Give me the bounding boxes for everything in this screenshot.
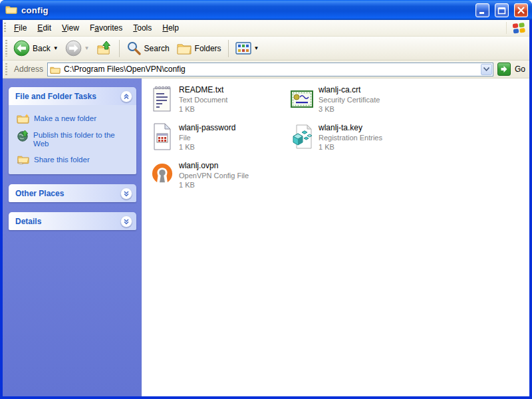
share-folder-icon	[17, 154, 29, 165]
toolbar-separator	[119, 40, 120, 57]
task-pane: File and Folder Tasks Mak	[3, 78, 142, 396]
task-share-folder[interactable]: Share this folder	[17, 154, 132, 165]
explorer-window: config File Edit View Favorites Tools He…	[0, 0, 532, 399]
title-bar[interactable]: config	[0, 0, 532, 20]
text-document-icon	[151, 85, 174, 113]
menu-help[interactable]: Help	[157, 21, 184, 35]
file-size: 3 KB	[319, 104, 380, 114]
minimize-button[interactable]	[475, 3, 489, 17]
address-combobox[interactable]: C:\Program Files\OpenVPN\config	[47, 63, 493, 76]
back-dropdown-icon[interactable]: ▼	[53, 46, 59, 51]
menu-edit[interactable]: Edit	[32, 21, 57, 35]
panel-header-file-and-folder-tasks[interactable]: File and Folder Tasks	[9, 87, 136, 105]
file-size: 1 KB	[179, 104, 227, 114]
collapse-panel-button[interactable]	[120, 90, 132, 102]
menu-view[interactable]: View	[57, 21, 84, 35]
content-area: File and Folder Tasks Mak	[3, 78, 529, 396]
close-button[interactable]	[514, 3, 528, 17]
address-path[interactable]: C:\Program Files\OpenVPN\config	[64, 65, 477, 74]
file-list: README.txt Text Document 1 KB wlanlj-ca.…	[142, 78, 529, 396]
folders-label: Folders	[195, 44, 221, 53]
panel-details: Details	[9, 212, 136, 230]
expand-panel-button[interactable]	[120, 188, 132, 200]
menu-bar: File Edit View Favorites Tools Help	[3, 20, 529, 37]
maximize-button[interactable]	[495, 3, 509, 17]
windows-logo-icon	[506, 22, 525, 34]
panel-other-places: Other Places	[9, 184, 136, 202]
panel-body-file-and-folder-tasks: Make a new folder Publish this folder to…	[9, 105, 136, 174]
toolbar: Back ▼ ▼ Search	[3, 37, 529, 61]
file-name: wlanlj-password	[179, 123, 235, 133]
forward-button[interactable]: ▼	[62, 38, 93, 59]
file-name: wlanlj-ta.key	[319, 123, 382, 133]
menubar-grip[interactable]	[4, 23, 6, 34]
file-name: wlanlj-ca.crt	[319, 85, 380, 95]
file-size: 1 KB	[179, 180, 249, 190]
menu-file[interactable]: File	[9, 21, 32, 35]
menu-tools[interactable]: Tools	[128, 21, 157, 35]
expand-panel-button[interactable]	[120, 215, 132, 227]
file-tile-readme[interactable]: README.txt Text Document 1 KB	[151, 85, 291, 123]
forward-dropdown-icon[interactable]: ▼	[84, 46, 90, 51]
generic-file-icon	[151, 123, 174, 151]
file-type: OpenVPN Config File	[179, 171, 249, 180]
new-folder-icon	[17, 113, 29, 124]
file-tile-ovpn[interactable]: wlanlj.ovpn OpenVPN Config File 1 KB	[151, 161, 291, 199]
chevron-down-icon	[122, 190, 130, 198]
forward-icon	[65, 40, 82, 57]
panel-header-other-places[interactable]: Other Places	[9, 184, 136, 202]
up-button[interactable]	[93, 39, 116, 59]
search-icon	[126, 41, 142, 56]
address-dropdown-button[interactable]	[481, 64, 492, 75]
go-button[interactable]	[497, 63, 511, 76]
up-folder-icon	[96, 41, 112, 57]
registry-file-icon	[291, 123, 313, 151]
window-title: config	[21, 5, 470, 15]
go-arrow-icon	[500, 65, 508, 73]
toolbar-grip[interactable]	[5, 40, 7, 57]
address-bar: Address C:\Program Files\OpenVPN\config …	[3, 61, 529, 78]
certificate-icon	[291, 85, 313, 113]
views-dropdown-icon[interactable]: ▼	[254, 46, 259, 51]
folder-icon	[50, 65, 61, 74]
file-type: File	[179, 133, 235, 142]
file-size: 1 KB	[179, 142, 235, 152]
menu-favorites[interactable]: Favorites	[84, 21, 128, 35]
file-name: wlanlj.ovpn	[179, 161, 249, 171]
file-size: 1 KB	[319, 142, 382, 152]
openvpn-icon	[151, 161, 174, 189]
file-type: Registration Entries	[319, 133, 382, 142]
back-button[interactable]: Back ▼	[10, 38, 62, 59]
file-type: Text Document	[179, 95, 227, 104]
file-tile-ca-cert[interactable]: wlanlj-ca.crt Security Certificate 3 KB	[291, 85, 430, 123]
views-button[interactable]: ▼	[232, 40, 263, 57]
folders-button[interactable]: Folders	[173, 39, 225, 58]
back-label: Back	[33, 44, 51, 53]
panel-header-details[interactable]: Details	[9, 212, 136, 230]
search-button[interactable]: Search	[123, 39, 173, 58]
back-icon	[13, 40, 30, 57]
addressbar-grip[interactable]	[5, 63, 7, 75]
task-make-new-folder[interactable]: Make a new folder	[17, 113, 132, 124]
file-tile-password[interactable]: wlanlj-password File 1 KB	[151, 123, 291, 161]
panel-file-and-folder-tasks: File and Folder Tasks Mak	[9, 87, 136, 174]
search-label: Search	[144, 44, 170, 53]
toolbar-separator	[228, 40, 229, 57]
folders-icon	[176, 41, 192, 56]
task-publish-folder-web[interactable]: Publish this folder to the Web	[17, 130, 132, 148]
go-label[interactable]: Go	[515, 65, 525, 74]
publish-web-icon	[17, 130, 29, 142]
file-tile-ta-key[interactable]: wlanlj-ta.key Registration Entries 1 KB	[291, 123, 430, 161]
chevron-down-icon	[122, 217, 130, 225]
folder-icon	[5, 4, 17, 17]
chevron-up-icon	[122, 92, 130, 100]
address-label: Address	[14, 65, 43, 74]
file-type: Security Certificate	[319, 95, 380, 104]
file-name: README.txt	[179, 85, 227, 95]
views-icon	[235, 42, 251, 55]
